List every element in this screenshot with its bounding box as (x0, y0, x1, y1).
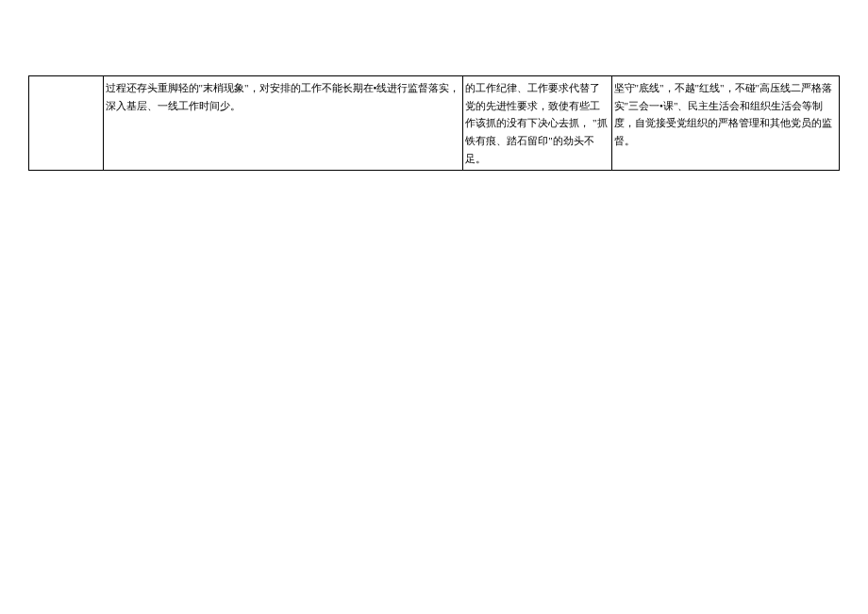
cell-col2: 过程还存头重脚轻的"末梢现象"，对安排的工作不能长期在•线进行监督落实，深入基层… (103, 76, 463, 171)
document-table: 过程还存头重脚轻的"末梢现象"，对安排的工作不能长期在•线进行监督落实，深入基层… (28, 75, 840, 171)
cell-col3: 的工作纪律、工作要求代替了党的先进性要求，致使有些工作该抓的没有下决心去抓， "… (463, 76, 611, 171)
cell-col1 (29, 76, 104, 171)
cell-col4: 坚守"底线"，不越"红线"，不碰"高压线二严格落实"三会一•课"、民主生活会和组… (611, 76, 839, 171)
table-row: 过程还存头重脚轻的"末梢现象"，对安排的工作不能长期在•线进行监督落实，深入基层… (29, 76, 840, 171)
